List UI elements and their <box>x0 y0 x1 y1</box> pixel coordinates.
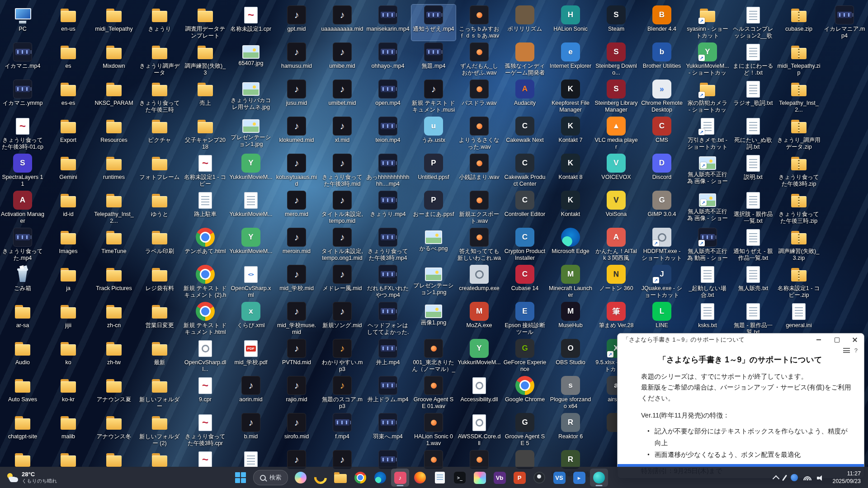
desktop-icon[interactable]: ohhayo-.mp4 <box>366 42 410 78</box>
close-button[interactable] <box>846 333 864 346</box>
tray-app-icon[interactable] <box>791 474 798 481</box>
desktop-icon[interactable]: 営業日変更 <box>137 301 182 337</box>
desktop-icon[interactable]: 無人販売.txt <box>731 264 775 300</box>
volume-icon[interactable] <box>817 475 824 481</box>
desktop-icon[interactable]: PVTNd.mid <box>274 338 319 374</box>
desktop-icon[interactable]: KKeepforest File Manager <box>548 79 593 115</box>
desktop-icon[interactable]: SSteinberg Downlo... <box>594 42 638 78</box>
desktop-icon[interactable]: 名称未設定1 - コピー <box>183 153 227 189</box>
desktop-icon[interactable]: xくらび.xml <box>229 301 273 337</box>
file-explorer-icon[interactable] <box>331 469 349 487</box>
desktop-icon[interactable]: 調声練習(失敗)_3.zip <box>777 227 821 263</box>
desktop-icon[interactable]: mid_学校.pdf <box>229 338 273 374</box>
desktop-icon[interactable]: ksks.txt <box>685 301 730 337</box>
powerpoint-icon[interactable]: P <box>510 469 528 487</box>
music-app-icon[interactable]: ♪ <box>391 469 409 487</box>
desktop-icon[interactable]: 井上ドラム.mp4 <box>366 375 410 411</box>
desktop-icon[interactable]: Microsoft Edge <box>548 227 593 263</box>
desktop-icon[interactable]: 父子キャンプ2018 <box>183 116 227 152</box>
desktop-icon[interactable]: まにまにわーるど！.txt <box>731 42 775 78</box>
desktop-icon[interactable]: NKSC_PARAM <box>92 79 136 115</box>
desktop-icon[interactable]: きょうりバカコレ用サムネ.jpg <box>229 79 273 115</box>
desktop-icon[interactable]: MMoZA.exe <box>457 301 501 337</box>
desktop-icon[interactable]: わかりやすい.mp3 <box>320 338 364 374</box>
desktop-icon[interactable]: きょうり_調声用データ.zip <box>777 116 821 152</box>
wifi-icon[interactable] <box>803 475 811 480</box>
desktop-icon[interactable]: 通知うぜえ - 親作品一覧.txt <box>731 227 775 263</box>
desktop-icon[interactable]: アナウンス冬 <box>92 412 136 448</box>
desktop-icon[interactable]: YukkuriMovieM... <box>229 190 273 226</box>
desktop-icon[interactable]: きょうり食ってた.mp4 <box>0 227 45 263</box>
desktop-icon[interactable]: Telepathy_Inst_2... <box>777 79 821 115</box>
start-button[interactable] <box>231 469 250 487</box>
desktop-icon[interactable]: 万引きメモ.txt - ショートカット <box>685 116 730 152</box>
dialog-titlebar[interactable]: 「さよなら手書き 1～9」のサポートについて <box>618 333 864 346</box>
desktop-icon[interactable]: よりうるさくなった.wav <box>457 116 501 152</box>
notepad-icon[interactable] <box>431 469 449 487</box>
desktop-icon[interactable]: タイトル未設定, tempo.mid <box>320 190 364 226</box>
explorer-shortcut-icon[interactable]: ▸ <box>570 469 588 487</box>
desktop-icon[interactable]: HHALion Sonic <box>548 5 593 41</box>
desktop-icon[interactable]: KKontakt 8 <box>548 153 593 189</box>
desktop-icon[interactable]: ko <box>46 338 90 374</box>
desktop-icon[interactable]: BBlender 4.4 <box>640 5 684 41</box>
desktop-icon[interactable]: Export <box>46 116 90 152</box>
desktop-icon[interactable]: 羽束へ.mp4 <box>366 412 410 448</box>
weather-widget[interactable]: 28°C くもりのち晴れ <box>2 469 62 487</box>
desktop-icon[interactable]: 名称未設定1 - コピー.zip <box>777 264 821 300</box>
desktop-icon[interactable]: ラジオ_歌詞.txt <box>731 79 775 115</box>
desktop-icon[interactable]: プレゼンテーション1.png <box>411 264 456 300</box>
desktop-icon[interactable]: 筆筆まめ Ver.28 <box>594 301 638 337</box>
desktop-icon[interactable]: en-us <box>46 5 90 41</box>
desktop-icon[interactable]: 無題.mp4 <box>411 42 456 78</box>
minimize-button[interactable] <box>810 333 828 346</box>
desktop-icon[interactable]: タイトル未設定, tempo.ong1.mid <box>320 227 364 263</box>
desktop-icon[interactable]: AWSSDK.Core.dll <box>457 412 501 448</box>
desktop-icon[interactable]: mero.mid <box>274 190 319 226</box>
paint-app-icon[interactable] <box>471 469 489 487</box>
desktop-icon[interactable]: midi_Telepathy <box>92 5 136 41</box>
desktop-icon[interactable]: 無人販売不正行為 画像 - ショートカット <box>685 190 730 226</box>
desktop-icon[interactable]: 新規ソング.mid <box>320 301 364 337</box>
desktop-icon[interactable]: 井上.mp4 <box>366 338 410 374</box>
desktop-icon[interactable]: GGroove Agent SE 5 <box>503 412 547 448</box>
desktop-icon[interactable]: 名称未設定1.cpr <box>229 5 273 41</box>
desktop-icon[interactable]: 無人販売不正行為 画像 - ショートカット <box>685 153 730 189</box>
desktop-icon[interactable]: Aかんたん！AITalk 3 関西風 <box>594 227 638 263</box>
desktop-icon[interactable]: »Chrome Remote Desktop <box>640 79 684 115</box>
desktop-icon[interactable]: テンポあて.html <box>183 227 227 263</box>
desktop-icon[interactable]: Gemini <box>46 153 90 189</box>
desktop-icon[interactable]: HDDFMT.exe - ショートカット <box>640 227 684 263</box>
desktop-icon[interactable]: CCakewalk Product Center <box>503 153 547 189</box>
desktop-icon[interactable]: 孤独なインディーゲーム開発者の一生... <box>503 42 547 78</box>
desktop-icon[interactable]: 新規 テキスト ドキュメント (2).html <box>183 264 227 300</box>
desktop-icon[interactable]: 売上 <box>183 79 227 115</box>
desktop-icon[interactable]: 新規エクスポート.wav <box>457 190 501 226</box>
desktop-icon[interactable]: rajio.mid <box>274 375 319 411</box>
desktop-icon[interactable]: mid_学校muse.mid <box>274 301 319 337</box>
maximize-button[interactable] <box>828 333 846 346</box>
desktop-icon[interactable]: VVOICEVOX <box>594 153 638 189</box>
desktop-icon[interactable]: Resources <box>92 116 136 152</box>
obs-icon[interactable] <box>530 469 548 487</box>
desktop-icon[interactable]: Audio <box>0 338 45 374</box>
desktop-icon[interactable]: umibet.mid <box>320 79 364 115</box>
desktop-icon[interactable]: メドレー風.mid <box>320 264 364 300</box>
desktop-icon[interactable]: uうみ.ustx <box>411 116 456 152</box>
desktop-icon[interactable]: eInternet Explorer <box>548 42 593 78</box>
desktop-icon[interactable]: runtimes <box>92 153 136 189</box>
vb-app-icon[interactable]: Vb <box>491 469 509 487</box>
desktop-icon[interactable]: ヘッドフォンはしててよかった.mp4 <box>366 301 410 337</box>
desktop-icon[interactable]: かるべ.png <box>411 227 456 263</box>
desktop-icon[interactable]: きょうり食ってた午後3時.mp4 <box>366 227 410 263</box>
desktop-icon[interactable]: きょうり食ってた午後3時.cpr <box>183 412 227 448</box>
desktop-icon[interactable]: 無人販売不正行為 動画 - ショートカット <box>685 227 730 263</box>
desktop-icon[interactable]: jusu.mid <box>274 79 319 115</box>
firefox-icon[interactable] <box>411 469 429 487</box>
desktop-icon[interactable]: b.mid <box>229 412 273 448</box>
desktop-icon[interactable]: 65407.jpg <box>229 42 273 78</box>
desktop-icon[interactable]: MMuseHub <box>548 301 593 337</box>
desktop-icon[interactable]: uaaaaaaaaa.mid <box>320 5 364 41</box>
desktop-icon[interactable]: OpenCvSharp.xml <box>229 264 273 300</box>
desktop-icon[interactable]: KKontakt <box>548 190 593 226</box>
